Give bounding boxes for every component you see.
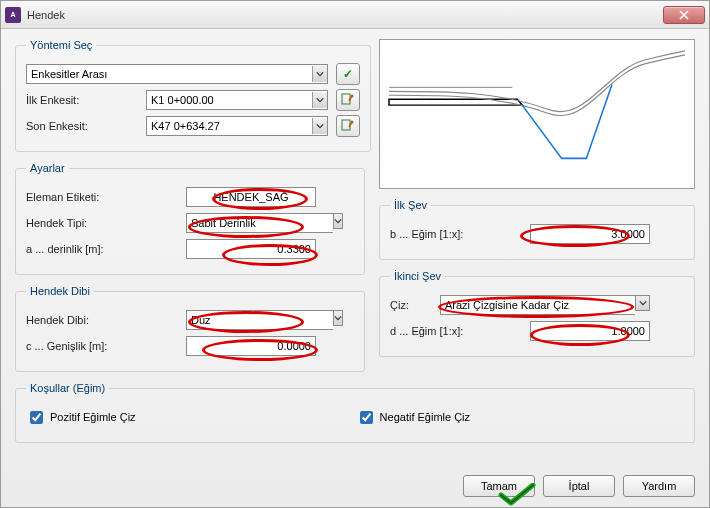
- negative-slope-check[interactable]: [360, 411, 373, 424]
- slope2-input[interactable]: [530, 321, 650, 341]
- section-preview: [379, 39, 695, 189]
- ditch-type-value: [186, 213, 333, 233]
- chevron-down-icon: [312, 66, 327, 82]
- method-mode-combo[interactable]: Enkesitler Arası: [26, 64, 328, 84]
- svg-rect-0: [342, 94, 350, 104]
- width-input[interactable]: [186, 336, 316, 356]
- slope2-label: d ... Eğim [1:x]:: [390, 325, 530, 337]
- first-section-combo[interactable]: K1 0+000.00: [146, 90, 328, 110]
- draw-mode-value: [440, 295, 635, 315]
- cancel-button[interactable]: İptal: [543, 475, 615, 497]
- positive-slope-checkbox[interactable]: Pozitif Eğimle Çiz: [26, 408, 136, 427]
- titlebar: A Hendek: [1, 1, 709, 29]
- last-section-pick-button[interactable]: [336, 115, 360, 137]
- element-label-input[interactable]: [186, 187, 316, 207]
- pick-section-icon: [341, 93, 355, 107]
- positive-slope-label: Pozitif Eğimle Çiz: [50, 411, 136, 423]
- positive-slope-check[interactable]: [30, 411, 43, 424]
- chevron-down-icon: [333, 310, 343, 326]
- depth-input[interactable]: [186, 239, 316, 259]
- svg-point-3: [351, 121, 354, 124]
- slope1-group: İlk Şev b ... Eğim [1:x]:: [379, 199, 695, 260]
- chevron-down-icon: [333, 213, 343, 229]
- dialog-window: A Hendek Yöntemi Seç Enkesitler Arası: [0, 0, 710, 508]
- method-legend: Yöntemi Seç: [26, 39, 96, 51]
- depth-label: a ... derinlik [m]:: [26, 243, 186, 255]
- close-icon: [679, 10, 689, 20]
- slope2-legend: İkinci Şev: [390, 270, 445, 282]
- check-icon: ✓: [343, 67, 353, 81]
- svg-point-1: [351, 95, 354, 98]
- chevron-down-icon: [635, 295, 650, 311]
- settings-legend: Ayarlar: [26, 162, 69, 174]
- element-label-label: Eleman Etiketi:: [26, 191, 186, 203]
- app-icon: A: [5, 7, 21, 23]
- svg-rect-2: [342, 120, 350, 130]
- method-group: Yöntemi Seç Enkesitler Arası ✓ İlk Enkes…: [15, 39, 371, 152]
- negative-slope-label: Negatif Eğimle Çiz: [380, 411, 470, 423]
- ditch-type-select[interactable]: [186, 213, 318, 233]
- bottom-type-label: Hendek Dibi:: [26, 314, 186, 326]
- bottom-type-select[interactable]: [186, 310, 318, 330]
- negative-slope-checkbox[interactable]: Negatif Eğimle Çiz: [356, 408, 470, 427]
- last-section-label: Son Enkesit:: [26, 120, 146, 132]
- first-section-value: K1 0+000.00: [151, 94, 214, 106]
- pick-section-icon: [341, 119, 355, 133]
- help-button[interactable]: Yardım: [623, 475, 695, 497]
- method-confirm-button[interactable]: ✓: [336, 63, 360, 85]
- slope1-input[interactable]: [530, 224, 650, 244]
- dialog-buttons: Tamam İptal Yardım: [463, 475, 695, 497]
- chevron-down-icon: [312, 118, 327, 134]
- chevron-down-icon: [312, 92, 327, 108]
- last-section-combo[interactable]: K47 0+634.27: [146, 116, 328, 136]
- bottom-type-value: [186, 310, 333, 330]
- slope1-label: b ... Eğim [1:x]:: [390, 228, 530, 240]
- preview-drawing: [380, 40, 694, 188]
- width-label: c ... Genişlik [m]:: [26, 340, 186, 352]
- window-title: Hendek: [27, 9, 663, 21]
- bottom-legend: Hendek Dibi: [26, 285, 94, 297]
- close-button[interactable]: [663, 6, 705, 24]
- draw-label: Çiz:: [390, 299, 440, 311]
- slope1-legend: İlk Şev: [390, 199, 431, 211]
- bottom-group: Hendek Dibi Hendek Dibi: c ... Genişlik …: [15, 285, 365, 372]
- method-mode-value: Enkesitler Arası: [31, 68, 107, 80]
- first-section-label: İlk Enkesit:: [26, 94, 146, 106]
- slope2-group: İkinci Şev Çiz: d ... Eğim [1:x]:: [379, 270, 695, 357]
- ok-button[interactable]: Tamam: [463, 475, 535, 497]
- settings-group: Ayarlar Eleman Etiketi: Hendek Tipi: a .: [15, 162, 365, 275]
- first-section-pick-button[interactable]: [336, 89, 360, 111]
- conditions-group: Koşullar (Eğim) Pozitif Eğimle Çiz Negat…: [15, 382, 695, 443]
- last-section-value: K47 0+634.27: [151, 120, 220, 132]
- draw-mode-select[interactable]: [440, 295, 650, 315]
- ditch-type-label: Hendek Tipi:: [26, 217, 186, 229]
- conditions-legend: Koşullar (Eğim): [26, 382, 109, 394]
